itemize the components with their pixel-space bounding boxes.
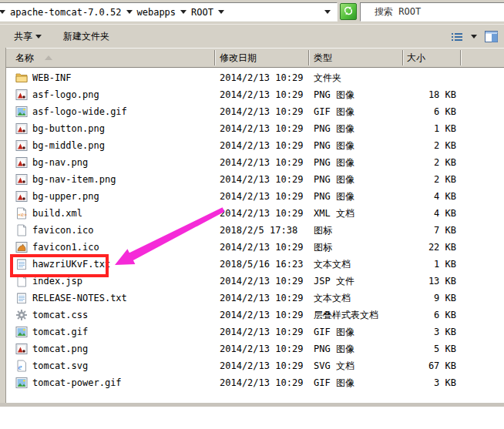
file-name-cell[interactable]: hawzriUKvF.txt xyxy=(6,258,214,270)
file-row[interactable]: tomcat.css2014/2/13 10:29层叠样式表文档6 KB xyxy=(6,307,504,323)
left-edge-strip xyxy=(0,48,6,403)
chevron-down-icon[interactable] xyxy=(126,10,133,17)
folder-icon xyxy=(15,72,28,84)
css-file-icon xyxy=(15,309,28,321)
address-history-dropdown-icon[interactable] xyxy=(324,10,331,17)
file-size: 3 KB xyxy=(402,327,456,337)
column-divider[interactable] xyxy=(460,50,462,65)
file-name-cell[interactable]: asf-logo-wide.gif xyxy=(6,106,214,118)
new-folder-button[interactable]: 新建文件夹 xyxy=(59,28,114,45)
file-row[interactable]: tomcat.gif2014/2/13 10:29GIF 图像3 KB xyxy=(6,323,504,340)
chevron-down-icon[interactable] xyxy=(0,10,5,17)
png-image-icon xyxy=(15,343,28,355)
change-view-button[interactable] xyxy=(451,32,463,42)
breadcrumb-segment-webapps[interactable]: webapps xyxy=(136,7,178,18)
views-dropdown-icon[interactable] xyxy=(471,35,477,42)
file-name-cell[interactable]: WEB-INF xyxy=(6,72,214,84)
file-list: 名称 修改日期 类型 大小 WEB-INF2014/2/13 10:29文件夹a… xyxy=(6,48,504,403)
file-type: PNG 图像 xyxy=(308,89,402,102)
file-name-cell[interactable]: tomcat.png xyxy=(6,343,214,355)
file-size: 2 KB xyxy=(402,140,456,151)
file-row[interactable]: bg-button.png2014/2/13 10:29PNG 图像1 KB xyxy=(6,120,504,137)
file-row[interactable]: hawzriUKvF.txt2018/5/16 16:23文本文档1 KB xyxy=(6,256,504,273)
file-row[interactable]: index.jsp2014/2/13 10:29JSP 文件13 KB xyxy=(6,273,504,290)
file-row[interactable]: bg-upper.png2014/2/13 10:29PNG 图像4 KB xyxy=(6,188,504,205)
file-type: SVG 文档 xyxy=(308,360,402,373)
png-image-icon xyxy=(15,173,28,186)
file-type: PNG 图像 xyxy=(308,343,402,356)
breadcrumb-segment-root[interactable]: ROOT xyxy=(190,7,215,18)
png-image-icon xyxy=(15,139,28,152)
blank-file-icon xyxy=(15,275,28,287)
chevron-down-icon[interactable] xyxy=(218,10,224,17)
file-name-cell[interactable]: bg-nav.png xyxy=(6,156,214,169)
refresh-button[interactable] xyxy=(340,3,357,20)
file-name-cell[interactable]: RELEASE-NOTES.txt xyxy=(6,292,214,304)
file-name-cell[interactable]: <e>build.xml xyxy=(6,207,214,220)
file-date: 2014/2/13 10:29 xyxy=(214,174,308,185)
preview-pane-button[interactable] xyxy=(485,31,498,42)
file-date: 2014/2/13 10:29 xyxy=(214,106,308,117)
file-row[interactable]: bg-middle.png2014/2/13 10:29PNG 图像2 KB xyxy=(6,137,504,154)
file-row[interactable]: tomcat.png2014/2/13 10:29PNG 图像5 KB xyxy=(6,340,504,357)
file-row[interactable]: asf-logo.png2014/2/13 10:29PNG 图像18 KB xyxy=(6,86,504,103)
file-date: 2014/2/13 10:29 xyxy=(214,89,308,100)
file-name: RELEASE-NOTES.txt xyxy=(32,293,127,303)
file-name-cell[interactable]: bg-nav-item.png xyxy=(6,173,214,186)
file-name: index.jsp xyxy=(32,276,82,287)
file-size: 13 KB xyxy=(402,276,456,287)
file-name-cell[interactable]: etomcat.svg xyxy=(6,360,214,372)
file-row[interactable]: bg-nav-item.png2014/2/13 10:29PNG 图像2 KB xyxy=(6,171,504,188)
column-header-type[interactable]: 类型 xyxy=(308,49,402,67)
file-type: PNG 图像 xyxy=(308,173,402,186)
gif-image-icon xyxy=(15,326,28,338)
column-divider[interactable] xyxy=(402,50,404,65)
share-button[interactable]: 共享 xyxy=(9,28,49,45)
file-row[interactable]: tomcat-power.gif2014/2/13 10:29GIF 图像3 K… xyxy=(6,374,504,391)
file-row[interactable]: RELEASE-NOTES.txt2014/2/13 10:29文本文档9 KB xyxy=(6,290,504,307)
column-divider[interactable] xyxy=(308,50,310,65)
file-name-cell[interactable]: favicon1.ico xyxy=(6,241,214,253)
file-row[interactable]: asf-logo-wide.gif2014/2/13 10:29GIF 图像6 … xyxy=(6,103,504,120)
file-type: 层叠样式表文档 xyxy=(308,309,402,322)
file-size: 6 KB xyxy=(402,310,456,320)
chevron-down-icon[interactable] xyxy=(180,10,186,17)
file-name-cell[interactable]: bg-middle.png xyxy=(6,139,214,152)
file-name-cell[interactable]: tomcat.gif xyxy=(6,326,214,338)
file-name-cell[interactable]: favicon.ico xyxy=(6,224,214,236)
svg-text:e: e xyxy=(18,362,22,371)
file-name: bg-button.png xyxy=(32,123,105,134)
file-size: 1 KB xyxy=(402,259,456,270)
file-row[interactable]: <e>build.xml2014/2/13 10:29XML 文档4 KB xyxy=(6,205,504,222)
file-rows: WEB-INF2014/2/13 10:29文件夹asf-logo.png201… xyxy=(6,69,504,391)
column-header-name[interactable]: 名称 xyxy=(6,49,214,67)
column-header-size[interactable]: 大小 xyxy=(402,49,460,67)
column-header-date[interactable]: 修改日期 xyxy=(214,49,308,67)
png-image-icon xyxy=(15,122,28,135)
file-type: XML 文档 xyxy=(308,207,402,220)
search-input[interactable]: 搜索 ROOT xyxy=(360,2,504,22)
cat-image-icon xyxy=(15,241,28,253)
file-type: GIF 图像 xyxy=(308,106,402,119)
file-name-cell[interactable]: tomcat.css xyxy=(6,309,214,321)
file-name: build.xml xyxy=(32,208,82,219)
file-size: 1 KB xyxy=(402,123,456,134)
file-row[interactable]: favicon.ico2018/2/5 17:38图标7 KB xyxy=(6,222,504,239)
file-type: 文本文档 xyxy=(308,292,402,305)
file-row[interactable]: WEB-INF2014/2/13 10:29文件夹 xyxy=(6,69,504,86)
file-row[interactable]: favicon1.ico2014/2/13 10:29图标22 KB xyxy=(6,239,504,256)
file-name-cell[interactable]: asf-logo.png xyxy=(6,89,214,101)
address-bar[interactable]: apache-tomcat-7.0.52 webapps ROOT xyxy=(0,2,338,22)
sort-ascending-icon xyxy=(45,52,52,60)
file-name: tomcat.png xyxy=(32,344,88,354)
file-name-cell[interactable]: tomcat-power.gif xyxy=(6,377,214,389)
file-row[interactable]: etomcat.svg2014/2/13 10:29SVG 文档67 KB xyxy=(6,357,504,374)
file-date: 2014/2/13 10:29 xyxy=(214,310,308,320)
file-name-cell[interactable]: bg-upper.png xyxy=(6,190,214,203)
breadcrumb-segment-tomcat[interactable]: apache-tomcat-7.0.52 xyxy=(8,7,123,18)
file-name-cell[interactable]: index.jsp xyxy=(6,275,214,287)
file-row[interactable]: bg-nav.png2014/2/13 10:29PNG 图像2 KB xyxy=(6,154,504,171)
column-divider[interactable] xyxy=(214,50,216,65)
file-date: 2018/2/5 17:38 xyxy=(214,225,308,236)
file-name-cell[interactable]: bg-button.png xyxy=(6,122,214,135)
